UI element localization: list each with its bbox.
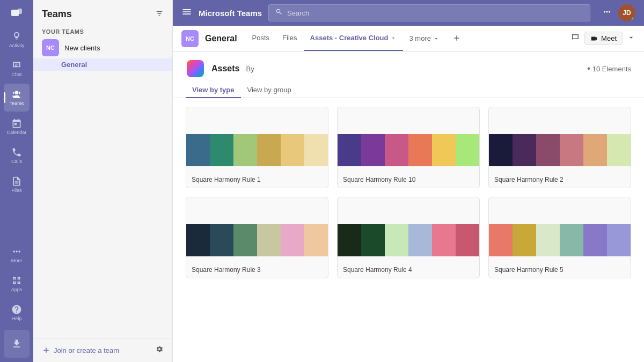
main-content: Microsoft Teams JD NC General Posts [173, 0, 644, 362]
asset-card-rule-2[interactable]: Square Harmony Rule 2 [488, 107, 631, 188]
nav-item-teams-label: Teams [10, 101, 24, 106]
svg-rect-0 [11, 10, 19, 16]
view-by-group-tab[interactable]: View by group [241, 83, 298, 98]
your-teams-label: Your teams [33, 24, 172, 37]
channel-header: NC General Posts Files Assets - Creative… [173, 26, 644, 51]
color-swatches-rule-5 [489, 224, 631, 256]
asset-preview-rule-10 [338, 107, 479, 172]
nav-item-chat[interactable]: Chat [4, 55, 30, 83]
add-tab-button[interactable] [446, 26, 467, 51]
search-icon [275, 8, 283, 18]
nav-item-calls-label: Calls [11, 159, 22, 164]
sidebar-header: Teams [33, 0, 172, 24]
elements-count: 10 Elements [592, 65, 631, 73]
nav-item-chat-label: Chat [11, 72, 21, 77]
hamburger-icon[interactable] [181, 6, 192, 19]
nav-item-files-label: Files [11, 188, 21, 193]
left-navigation: Activity Chat Teams Calendar Calls Files… [0, 0, 33, 362]
nav-item-files[interactable]: Files [4, 171, 30, 198]
asset-preview-rule-2 [489, 107, 631, 172]
asset-preview-rule-1 [186, 107, 328, 172]
sidebar: Teams Your teams NC New clients ··· Gene… [33, 0, 173, 362]
sidebar-title: Teams [42, 9, 72, 20]
asset-preview-rule-3 [186, 197, 328, 262]
filter-icon[interactable] [155, 9, 164, 20]
team-item-new-clients[interactable]: NC New clients ··· [33, 37, 172, 58]
chat-icon-button[interactable] [570, 33, 580, 45]
asset-card-rule-3[interactable]: Square Harmony Rule 3 [186, 197, 328, 278]
color-swatches-rule-4 [338, 224, 479, 256]
nav-item-help[interactable]: Help [4, 299, 30, 327]
channel-team-badge: NC [181, 30, 199, 47]
team-avatar-new-clients: NC [42, 39, 59, 56]
assets-grid: Square Harmony Rule 1 Square Harmony Rul… [173, 98, 644, 362]
asset-card-rule-5[interactable]: Square Harmony Rule 5 [488, 197, 631, 278]
asset-label-rule-5: Square Harmony Rule 5 [489, 262, 631, 278]
meet-button[interactable]: Meet [584, 32, 623, 45]
join-label: Join or create a team [54, 346, 119, 354]
join-or-create-button[interactable]: Join or create a team [42, 346, 151, 354]
nav-item-calendar-label: Calendar [7, 130, 27, 135]
color-swatches-rule-10 [338, 134, 479, 166]
nav-item-calendar[interactable]: Calendar [4, 113, 30, 141]
assets-header: Assets By • 10 Elements [173, 51, 644, 78]
channel-header-right: Meet [570, 32, 635, 45]
asset-card-rule-10[interactable]: Square Harmony Rule 10 [337, 107, 480, 188]
color-swatches-rule-3 [186, 224, 328, 256]
sidebar-bottom: Join or create a team [33, 338, 172, 362]
online-status-dot [631, 17, 635, 21]
view-by-type-tab[interactable]: View by type [186, 83, 241, 98]
assets-count: • 10 Elements [587, 64, 631, 73]
nav-item-calls[interactable]: Calls [4, 142, 30, 169]
tab-posts[interactable]: Posts [246, 26, 276, 51]
asset-label-rule-3: Square Harmony Rule 3 [186, 262, 328, 278]
asset-label-rule-2: Square Harmony Rule 2 [489, 172, 631, 188]
search-bar[interactable] [268, 4, 590, 21]
nav-item-help-label: Help [12, 316, 22, 321]
nav-item-apps[interactable]: Apps [4, 270, 30, 298]
expand-icon[interactable] [627, 33, 635, 44]
nav-item-more[interactable]: More [4, 241, 30, 269]
nav-item-activity[interactable]: Activity [4, 26, 30, 54]
asset-preview-rule-5 [489, 197, 631, 262]
nav-item-download[interactable] [4, 330, 30, 358]
top-bar: Microsoft Teams JD [173, 0, 644, 26]
more-options-icon[interactable] [602, 7, 612, 19]
asset-label-rule-1: Square Harmony Rule 1 [186, 172, 328, 188]
channel-name-general: General [61, 61, 87, 69]
asset-card-rule-4[interactable]: Square Harmony Rule 4 [337, 197, 480, 278]
nav-item-teams[interactable]: Teams [4, 84, 30, 112]
view-tabs: View by type View by group [173, 78, 644, 98]
content-area: Assets By • 10 Elements View by type Vie… [173, 51, 644, 362]
color-swatches-rule-1 [186, 134, 328, 166]
channel-title: General [205, 34, 237, 43]
settings-icon[interactable] [155, 345, 164, 356]
assets-by-label: By [246, 65, 254, 73]
asset-preview-rule-4 [338, 197, 479, 262]
channel-tabs: Posts Files Assets - Creative Cloud 3 mo… [246, 26, 467, 51]
top-bar-right: JD [602, 4, 635, 21]
asset-card-rule-1[interactable]: Square Harmony Rule 1 [186, 107, 328, 188]
tab-files[interactable]: Files [276, 26, 303, 51]
search-input[interactable] [287, 9, 583, 17]
assets-app-icon [186, 59, 205, 78]
asset-label-rule-4: Square Harmony Rule 4 [338, 262, 479, 278]
svg-rect-1 [18, 9, 22, 14]
color-swatches-rule-2 [489, 134, 631, 166]
user-avatar[interactable]: JD [618, 4, 635, 21]
team-name-new-clients: New clients [64, 44, 151, 52]
meet-label: Meet [601, 34, 617, 42]
tab-more[interactable]: 3 more [403, 26, 446, 51]
nav-item-apps-label: Apps [11, 287, 23, 292]
nav-item-activity-label: Activity [9, 43, 25, 48]
asset-label-rule-10: Square Harmony Rule 10 [338, 172, 479, 188]
assets-title: Assets [211, 64, 239, 73]
channel-item-general[interactable]: General [33, 58, 172, 71]
tab-assets-creative-cloud[interactable]: Assets - Creative Cloud [304, 26, 403, 51]
app-title: Microsoft Teams [199, 9, 262, 18]
nav-item-more-label: More [11, 258, 23, 263]
app-logo [8, 4, 25, 21]
